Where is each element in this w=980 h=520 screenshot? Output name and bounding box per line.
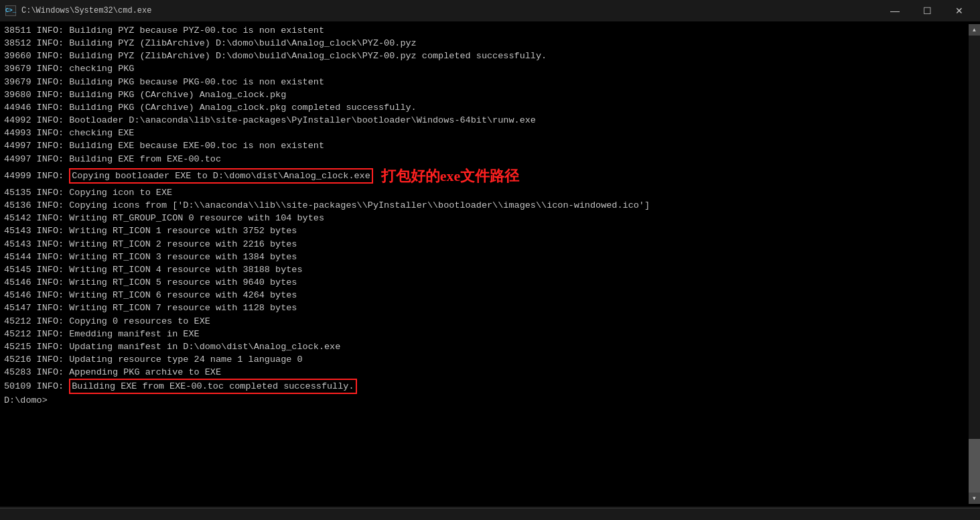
console-line-11: 44997 INFO: Building EXE from EXE-00.toc — [4, 153, 969, 166]
console-prompt: D:\domo> — [4, 394, 969, 407]
console-line-1: 38511 INFO: Building PYZ because PYZ-00.… — [4, 24, 969, 37]
console-line-15: 45142 INFO: Writing RT_GROUP_ICON 0 reso… — [4, 212, 969, 224]
console-line-2: 38512 INFO: Building PYZ (ZlibArchive) D… — [4, 37, 969, 50]
maximize-button[interactable]: ☐ — [912, 1, 942, 20]
console-line-4: 39679 INFO: checking PKG — [4, 62, 969, 75]
scrollbar[interactable]: ▲ ▼ — [969, 24, 980, 504]
cmd-window: C>_ C:\Windows\System32\cmd.exe — ☐ ✕ 38… — [0, 0, 980, 520]
title-bar-left: C>_ C:\Windows\System32\cmd.exe — [5, 5, 151, 16]
console-line-16: 45143 INFO: Writing RT_ICON 1 resource w… — [4, 224, 969, 237]
highlight-box-1: Copying bootloader EXE to D:\domo\dist\A… — [69, 168, 373, 184]
console-line-20: 45146 INFO: Writing RT_ICON 5 resource w… — [4, 276, 969, 289]
scroll-up-button[interactable]: ▲ — [969, 24, 980, 36]
console-line-17: 45143 INFO: Writing RT_ICON 2 resource w… — [4, 238, 969, 251]
console-area: 38511 INFO: Building PYZ because PYZ-00.… — [0, 21, 980, 507]
cmd-icon: C>_ — [5, 5, 16, 16]
scrollbar-thumb[interactable] — [969, 439, 980, 493]
console-line-3: 39660 INFO: Building PYZ (ZlibArchive) D… — [4, 50, 969, 62]
console-line-19: 45145 INFO: Writing RT_ICON 4 resource w… — [4, 263, 969, 276]
title-bar: C>_ C:\Windows\System32\cmd.exe — ☐ ✕ — [0, 0, 980, 21]
console-line-14: 45136 INFO: Copying icons from ['D:\\ana… — [4, 199, 969, 212]
console-line-25: 45215 INFO: Updating manifest in D:\domo… — [4, 340, 969, 353]
console-line-13: 45135 INFO: Copying icon to EXE — [4, 186, 969, 199]
close-button[interactable]: ✕ — [944, 1, 975, 20]
console-line-8: 44992 INFO: Bootloader D:\anaconda\lib\s… — [4, 114, 969, 127]
console-line-9: 44993 INFO: checking EXE — [4, 127, 969, 139]
console-line-21: 45146 INFO: Writing RT_ICON 6 resource w… — [4, 289, 969, 302]
horizontal-scrollbar[interactable] — [0, 508, 980, 519]
console-line-27: 45283 INFO: Appending PKG archive to EXE — [4, 366, 969, 379]
console-content: 38511 INFO: Building PYZ because PYZ-00.… — [4, 24, 969, 504]
console-line-24: 45212 INFO: Emedding manifest in EXE — [4, 328, 969, 340]
console-line-23: 45212 INFO: Copying 0 resources to EXE — [4, 315, 969, 328]
console-line-7: 44946 INFO: Building PKG (CArchive) Anal… — [4, 101, 969, 114]
console-line-10: 44997 INFO: Building EXE because EXE-00.… — [4, 139, 969, 152]
scroll-down-button[interactable]: ▼ — [969, 493, 980, 504]
console-line-6: 39680 INFO: Building PKG (CArchive) Anal… — [4, 88, 969, 101]
console-line-18: 45144 INFO: Writing RT_ICON 3 resource w… — [4, 251, 969, 263]
console-line-26: 45216 INFO: Updating resource type 24 na… — [4, 353, 969, 366]
console-line-12: 44999 INFO: Copying bootloader EXE to D:… — [4, 166, 969, 186]
highlight-box-2: Building EXE from EXE-00.toc completed s… — [69, 379, 356, 394]
window-controls: — ☐ ✕ — [880, 1, 975, 20]
window-title: C:\Windows\System32\cmd.exe — [21, 6, 151, 15]
annotation-1: 打包好的exe文件路径 — [381, 166, 520, 186]
minimize-button[interactable]: — — [880, 1, 910, 20]
bottom-bar — [0, 507, 980, 520]
console-line-28: 50109 INFO: Building EXE from EXE-00.toc… — [4, 379, 969, 394]
scrollbar-track[interactable] — [969, 36, 980, 493]
console-line-22: 45147 INFO: Writing RT_ICON 7 resource w… — [4, 302, 969, 314]
console-line-5: 39679 INFO: Building PKG because PKG-00.… — [4, 76, 969, 88]
